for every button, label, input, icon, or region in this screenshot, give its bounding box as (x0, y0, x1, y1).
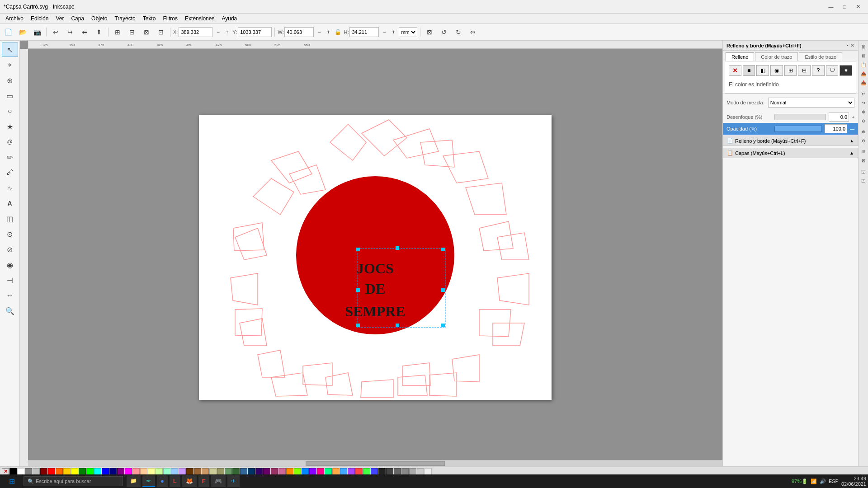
edge-btn-5[interactable]: 📥 (859, 79, 868, 87)
start-button[interactable]: ⊞ (2, 475, 22, 487)
pencil-tool[interactable]: ✏ (2, 150, 18, 164)
canvas-text-line3[interactable]: SEMPRE (345, 303, 405, 319)
unit-select[interactable]: mm px cm in (399, 27, 417, 37)
edge-btn-9[interactable]: ⊖ (859, 117, 868, 125)
paint-linear-btn[interactable]: ◧ (756, 65, 769, 76)
zoom-tool[interactable]: ⊕ (2, 73, 18, 88)
edge-btn-11[interactable]: ⊖ (859, 136, 868, 145)
node-tool[interactable]: ⌖ (2, 58, 18, 72)
connector-tool[interactable]: ⊣ (2, 273, 18, 287)
transform-button[interactable]: ⊠ (423, 26, 436, 38)
sel-handle-tl[interactable] (356, 248, 360, 251)
edge-btn-14[interactable]: ◱ (859, 167, 868, 175)
paint-mesh-btn[interactable]: ⊞ (784, 65, 797, 76)
measure-tool[interactable]: ↔ (2, 288, 18, 303)
menu-capa[interactable]: Capa (67, 14, 88, 23)
w-input[interactable] (284, 27, 314, 37)
layers-sub-header[interactable]: 📋 Capas (Mayús+Ctrl+L) ▲ (723, 148, 858, 158)
edge-btn-12[interactable]: III (859, 147, 868, 155)
desenfoque-plus[interactable]: + (852, 115, 854, 120)
menu-objeto[interactable]: Objeto (88, 14, 111, 23)
sound-icon[interactable]: 🔊 (820, 479, 826, 484)
taskbar-clock[interactable]: 23:49 02/06/2021 (841, 476, 866, 487)
network-icon[interactable]: 📶 (811, 479, 817, 484)
sel-handle-mr[interactable] (441, 288, 445, 292)
paint-shield-btn[interactable]: 🛡 (826, 65, 839, 76)
gradient-tool[interactable]: ◫ (2, 211, 18, 226)
w-plus[interactable]: + (325, 26, 332, 38)
battery-status[interactable]: 97%🔋 (792, 479, 808, 484)
maximize-button[interactable]: □ (838, 2, 851, 11)
sel-handle-bl[interactable] (356, 324, 360, 327)
edge-btn-3[interactable]: 📋 (859, 61, 868, 69)
lock-aspect-button[interactable]: 🔓 (334, 27, 342, 37)
flip-h-button[interactable]: ⇔ (467, 26, 479, 38)
language-indicator[interactable]: ESP (829, 479, 839, 484)
edge-btn-4[interactable]: 📤 (859, 70, 868, 78)
layers-collapse-arrow[interactable]: ▲ (849, 150, 854, 155)
undo-button[interactable]: ↩ (49, 26, 62, 38)
close-button[interactable]: ✕ (852, 2, 864, 11)
menu-archivo[interactable]: Archivo (2, 14, 27, 23)
sel-handle-ml[interactable] (356, 288, 360, 292)
canvas-svg[interactable]: JOCS DE SEMPRE (199, 115, 552, 400)
pen-tool[interactable]: 🖊 (2, 165, 18, 180)
h-plus[interactable]: + (390, 26, 397, 38)
paint-bucket-tool[interactable]: ◉ (2, 258, 18, 272)
menu-ver[interactable]: Ver (52, 14, 67, 23)
paint-heart-btn[interactable]: ♥ (840, 65, 852, 76)
star-tool[interactable]: ★ (2, 119, 18, 134)
text-tool[interactable]: A (2, 196, 18, 211)
spray-tool[interactable]: ⊙ (2, 227, 18, 241)
edge-btn-7[interactable]: ↪ (859, 99, 868, 107)
h-input[interactable] (349, 27, 379, 37)
taskbar-app-explorer[interactable]: 📁 (127, 475, 141, 487)
tab-estilo-trazo[interactable]: Estilo de trazo (799, 52, 842, 61)
circle-tool[interactable]: ○ (2, 104, 18, 118)
opacidad-slider[interactable] (774, 126, 822, 132)
sel-handle-br[interactable] (441, 324, 445, 327)
taskbar-app-game[interactable]: 🎮 (211, 475, 226, 487)
rect-tool[interactable]: ▭ (2, 89, 18, 103)
open-button[interactable]: 📂 (16, 26, 29, 38)
distribute-button[interactable]: ⊡ (155, 26, 167, 38)
paint-flat-btn[interactable]: ■ (743, 65, 755, 76)
menu-filtros[interactable]: Filtros (159, 14, 181, 23)
edge-btn-10[interactable]: ⊕ (859, 127, 868, 136)
taskbar-app-L[interactable]: L (170, 475, 180, 487)
menu-texto[interactable]: Texto (139, 14, 160, 23)
taskbar-app-telegram[interactable]: ✈ (227, 475, 240, 487)
x-input[interactable] (179, 27, 212, 37)
w-minus[interactable]: − (316, 26, 323, 38)
screenshot-button[interactable]: 📷 (31, 26, 43, 38)
panel-minimize-btn[interactable]: ▪ (847, 42, 849, 48)
rotate-cw-button[interactable]: ↻ (452, 26, 465, 38)
paint-radial-btn[interactable]: ◉ (770, 65, 783, 76)
zoom-pan-tool[interactable]: 🔍 (2, 304, 18, 318)
edge-btn-6[interactable]: ↩ (859, 89, 868, 98)
sel-handle-bc[interactable] (396, 324, 399, 327)
scrollbar-thumb[interactable] (306, 461, 444, 466)
rotate-ccw-button[interactable]: ↺ (438, 26, 450, 38)
blend-mode-select[interactable]: Normal Multiply Screen Overlay (768, 98, 854, 108)
x-plus[interactable]: + (223, 26, 231, 38)
paint-none-btn[interactable]: ✕ (729, 65, 741, 76)
desenfoque-slider[interactable] (774, 114, 826, 120)
edge-btn-2[interactable]: ⊠ (859, 52, 868, 60)
paint-unknown-btn[interactable]: ? (812, 65, 825, 76)
canvas-text-line2[interactable]: DE (365, 281, 385, 297)
canvas-area[interactable]: 325 350 375 400 425 450 475 500 525 550 (20, 41, 722, 466)
sel-handle-tr[interactable] (441, 248, 445, 251)
y-input[interactable] (238, 27, 272, 37)
h-minus[interactable]: − (381, 26, 388, 38)
align-right-button[interactable]: ⊠ (140, 26, 153, 38)
redo-button[interactable]: ↪ (64, 26, 76, 38)
align-left-button[interactable]: ⊞ (111, 26, 124, 38)
opacidad-minus[interactable]: — (850, 127, 854, 131)
spiral-tool[interactable]: @ (2, 135, 18, 149)
panel-close-btn[interactable]: ✕ (850, 42, 854, 48)
menu-trayecto[interactable]: Trayecto (111, 14, 139, 23)
canvas-text-line1[interactable]: JOCS (357, 260, 394, 277)
x-minus[interactable]: − (214, 26, 222, 38)
taskbar-app-f[interactable]: F (198, 475, 209, 487)
